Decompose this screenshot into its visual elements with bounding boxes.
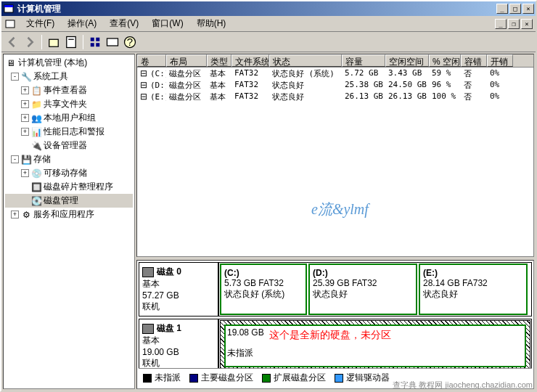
- table-row[interactable]: ⊟(D:)磁盘分区基本FAT32状态良好25.38 GB24.50 GB96 %…: [137, 79, 533, 91]
- menu-window[interactable]: 窗口(W): [146, 16, 189, 31]
- event-icon: 📋: [30, 85, 42, 97]
- tree-storage[interactable]: -💾存储: [5, 152, 133, 166]
- tree-systools[interactable]: -🔧系统工具: [5, 70, 133, 83]
- tools-icon: 🔧: [20, 71, 32, 83]
- svg-rect-1: [4, 5, 13, 7]
- expand-icon[interactable]: +: [11, 211, 19, 219]
- legend-item: 逻辑驱动器: [335, 372, 390, 384]
- legend-item: 主要磁盘分区: [189, 372, 253, 384]
- maximize-button[interactable]: □: [509, 4, 521, 14]
- col-fault[interactable]: 容错: [461, 54, 487, 67]
- computer-icon: 🖥: [5, 57, 17, 69]
- volume-list[interactable]: 卷 布局 类型 文件系统 状态 容量 空闲空间 % 空闲 容错 开销 ⊟(C:)…: [136, 54, 534, 257]
- svg-rect-9: [96, 43, 99, 46]
- svg-rect-8: [91, 43, 94, 46]
- svg-rect-10: [107, 38, 118, 46]
- legend-swatch: [189, 374, 198, 383]
- close-button[interactable]: ×: [522, 4, 534, 14]
- settings-button[interactable]: [104, 34, 120, 50]
- tree-removable[interactable]: +💿可移动存储: [5, 166, 133, 180]
- disk-graphic-panel: 磁盘 0基本57.27 GB联机(C:)5.73 GB FAT32状态良好 (系…: [136, 260, 534, 389]
- refresh-button[interactable]: [87, 34, 103, 50]
- mdi-restore-button[interactable]: ❐: [508, 19, 520, 29]
- col-free[interactable]: 空闲空间: [385, 54, 429, 67]
- col-volume[interactable]: 卷: [137, 54, 166, 67]
- tree-diskmgmt[interactable]: 💽磁盘管理: [5, 194, 133, 208]
- legend-swatch: [335, 374, 343, 383]
- disk-row: 磁盘 0基本57.27 GB联机(C:)5.73 GB FAT32状态良好 (系…: [139, 262, 532, 317]
- disk-icon: 💽: [30, 195, 42, 207]
- legend-item: 未指派: [143, 372, 181, 384]
- back-button[interactable]: [4, 34, 20, 50]
- tree-panel[interactable]: 🖥计算机管理 (本地) -🔧系统工具 +📋事件查看器 +📁共享文件夹 +👥本地用…: [3, 54, 135, 389]
- svg-rect-4: [67, 36, 76, 47]
- svg-rect-7: [96, 37, 99, 41]
- menu-view[interactable]: 查看(V): [104, 16, 144, 31]
- disk-header[interactable]: 磁盘 1基本19.00 GB联机: [139, 319, 218, 368]
- col-overhead[interactable]: 开销: [487, 54, 513, 67]
- col-type[interactable]: 类型: [207, 54, 231, 67]
- device-icon: 🔌: [30, 140, 42, 152]
- expand-icon[interactable]: +: [21, 128, 29, 136]
- partition-box[interactable]: (C:)5.73 GB FAT32状态良好 (系统): [220, 264, 307, 315]
- tree-users[interactable]: +👥本地用户和组: [5, 111, 133, 125]
- disk-header[interactable]: 磁盘 0基本57.27 GB联机: [139, 262, 218, 317]
- tree-perflogs[interactable]: +📊性能日志和警报: [5, 125, 133, 139]
- tree-root[interactable]: 🖥计算机管理 (本地): [5, 56, 133, 70]
- col-capacity[interactable]: 容量: [342, 54, 385, 67]
- legend-swatch: [143, 374, 152, 383]
- col-filesystem[interactable]: 文件系统: [231, 54, 269, 67]
- storage-icon: 💾: [20, 154, 32, 166]
- annotation-text: 这个是全新的硬盘，未分区: [269, 329, 391, 342]
- expand-icon[interactable]: +: [21, 114, 29, 122]
- toolbar: ?: [1, 32, 536, 52]
- legend-item: 扩展磁盘分区: [262, 372, 326, 384]
- expand-icon[interactable]: +: [21, 169, 29, 177]
- folder-icon: 📁: [30, 99, 42, 110]
- unallocated-box[interactable]: 这个是全新的硬盘，未分区19.08 GB未指派: [220, 320, 530, 368]
- tree-defrag[interactable]: 🔲磁盘碎片整理程序: [5, 180, 133, 194]
- services-icon: ⚙: [20, 209, 32, 221]
- removable-icon: 💿: [30, 168, 42, 179]
- watermark: e流&ylmf: [311, 200, 369, 219]
- forward-button[interactable]: [22, 34, 38, 50]
- legend-swatch: [262, 374, 271, 383]
- up-button[interactable]: [46, 34, 62, 50]
- collapse-icon[interactable]: -: [11, 155, 19, 163]
- list-header: 卷 布局 类型 文件系统 状态 容量 空闲空间 % 空闲 容错 开销: [137, 54, 533, 68]
- menu-icon: [4, 18, 16, 30]
- properties-button[interactable]: [63, 34, 79, 50]
- tree-devmgr[interactable]: 🔌设备管理器: [5, 139, 133, 152]
- mdi-close-button[interactable]: ×: [521, 19, 533, 29]
- svg-rect-3: [49, 39, 59, 46]
- menubar: 文件(F) 操作(A) 查看(V) 窗口(W) 帮助(H) _ ❐ ×: [1, 16, 536, 32]
- partition-box[interactable]: (E:)28.14 GB FA732状态良好: [419, 264, 528, 315]
- col-layout[interactable]: 布局: [166, 54, 207, 67]
- minimize-button[interactable]: _: [496, 4, 508, 14]
- tree-eventviewer[interactable]: +📋事件查看器: [5, 83, 133, 97]
- footer-credit: 查字典 教程网 jiaocheng.chazidian.com: [393, 380, 533, 391]
- perf-icon: 📊: [30, 126, 42, 138]
- users-icon: 👥: [30, 113, 42, 124]
- expand-icon[interactable]: +: [21, 86, 29, 94]
- menu-action[interactable]: 操作(A): [62, 16, 102, 31]
- collapse-icon[interactable]: -: [11, 73, 19, 81]
- app-icon: [3, 3, 15, 15]
- tree-shared[interactable]: +📁共享文件夹: [5, 97, 133, 111]
- col-status[interactable]: 状态: [269, 54, 342, 67]
- menu-file[interactable]: 文件(F): [20, 16, 60, 31]
- expand-icon[interactable]: +: [21, 100, 29, 108]
- table-row[interactable]: ⊟(C:)磁盘分区基本FAT32状态良好 (系统)5.72 GB3.43 GB5…: [137, 68, 533, 79]
- mdi-minimize-button[interactable]: _: [495, 19, 507, 29]
- table-row[interactable]: ⊟(E:)磁盘分区基本FAT32状态良好26.13 GB26.13 GB100 …: [137, 91, 533, 102]
- col-pctfree[interactable]: % 空闲: [429, 54, 461, 67]
- tree-services[interactable]: +⚙服务和应用程序: [5, 208, 133, 221]
- disk-icon: [142, 267, 154, 277]
- partition-box[interactable]: (D:)25.39 GB FAT32状态良好: [308, 264, 417, 315]
- titlebar: 计算机管理 _ □ ×: [1, 1, 536, 16]
- menu-help[interactable]: 帮助(H): [191, 16, 232, 31]
- svg-text:?: ?: [127, 36, 133, 48]
- window-title: 计算机管理: [17, 3, 496, 15]
- help-button[interactable]: ?: [122, 34, 138, 50]
- svg-rect-6: [91, 37, 94, 41]
